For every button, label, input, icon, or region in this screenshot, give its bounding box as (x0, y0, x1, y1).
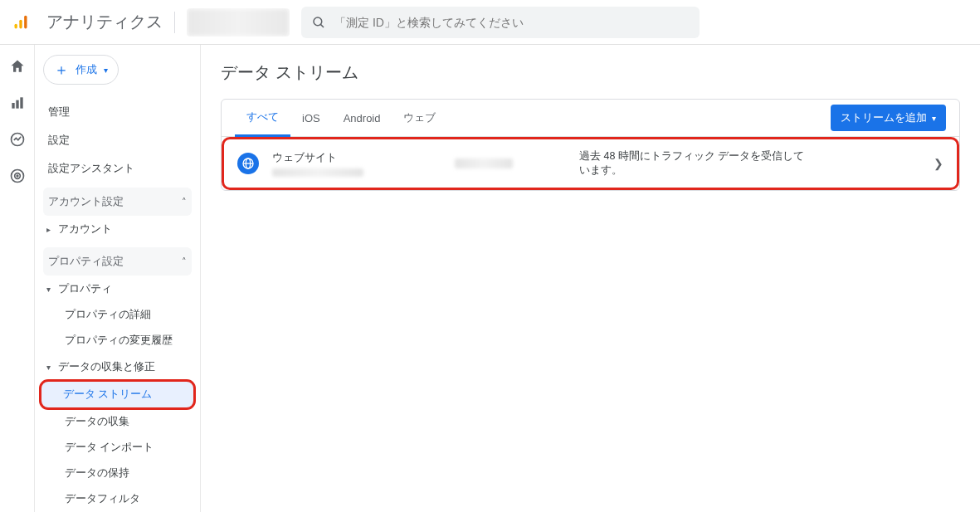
nav-data-filters[interactable]: データフィルタ (43, 486, 192, 512)
nav-property-details[interactable]: プロパティの詳細 (43, 302, 192, 328)
nav-data-retention[interactable]: データの保持 (43, 461, 192, 486)
tab-ios[interactable]: iOS (290, 102, 332, 134)
page-title: データ ストリーム (221, 61, 960, 84)
add-stream-label: ストリームを追加 (841, 110, 927, 125)
caret-right-icon: ▸ (46, 225, 58, 234)
svg-rect-2 (24, 15, 27, 28)
plus-icon: ＋ (54, 62, 69, 77)
svg-rect-0 (15, 23, 17, 28)
nav-account[interactable]: ▸ アカウント (43, 216, 192, 242)
nav-data-import[interactable]: データ インポート (43, 435, 192, 461)
stream-url-redacted (272, 168, 363, 177)
stream-name: ウェブサイト (272, 150, 455, 165)
svg-rect-5 (12, 103, 14, 109)
svg-point-11 (17, 175, 18, 177)
nav-data-collection-sub[interactable]: データの収集 (43, 409, 192, 435)
create-button-label: 作成 (76, 62, 97, 77)
search-input[interactable] (334, 16, 690, 29)
nav-property-label: プロパティ (58, 281, 112, 296)
settings-nav: ＋ 作成 ▾ 管理 設定 設定アシスタント アカウント設定 ˄ ▸ アカウント … (35, 45, 201, 512)
add-stream-button[interactable]: ストリームを追加 ▾ (831, 105, 946, 131)
chevron-up-icon: ˄ (182, 256, 187, 267)
nav-property[interactable]: ▾ プロパティ (43, 276, 192, 302)
stream-status: 過去 48 時間にトラフィック データを受信しています。 (579, 149, 812, 178)
streams-panel: すべて iOS Android ウェブ ストリームを追加 ▾ ウェブサイト (221, 99, 960, 191)
section-account-settings[interactable]: アカウント設定 ˄ (43, 188, 192, 216)
app-title: アナリティクス (46, 11, 163, 33)
svg-rect-1 (19, 19, 22, 28)
main-content: データ ストリーム すべて iOS Android ウェブ ストリームを追加 ▾… (201, 45, 980, 512)
nav-property-change-history[interactable]: プロパティの変更履歴 (43, 328, 192, 354)
create-button[interactable]: ＋ 作成 ▾ (43, 55, 119, 85)
analytics-logo-icon (10, 14, 32, 31)
search-icon (311, 15, 326, 30)
tab-android[interactable]: Android (332, 102, 392, 134)
svg-point-3 (314, 17, 322, 26)
chevron-right-icon: ❯ (934, 157, 943, 170)
explore-icon[interactable] (9, 131, 26, 148)
chevron-down-icon: ▾ (104, 66, 108, 75)
reports-icon[interactable] (9, 95, 26, 111)
svg-rect-7 (20, 97, 22, 108)
svg-rect-6 (16, 100, 18, 109)
svg-line-4 (320, 24, 324, 27)
home-icon[interactable] (9, 58, 26, 75)
stream-tabs: すべて iOS Android ウェブ ストリームを追加 ▾ (222, 100, 959, 137)
chevron-down-icon: ▾ (932, 114, 936, 123)
nav-setup-assistant[interactable]: 設定アシスタント (43, 154, 192, 183)
stream-id-redacted (455, 158, 513, 168)
globe-icon (237, 153, 259, 174)
chevron-up-icon: ˄ (182, 197, 187, 207)
property-selector[interactable] (187, 8, 290, 37)
tab-all[interactable]: すべて (235, 100, 290, 137)
header-divider (174, 12, 175, 33)
section-title: アカウント設定 (48, 194, 124, 209)
nav-account-label: アカウント (58, 222, 112, 236)
nav-data-collection-label: データの収集と修正 (58, 359, 155, 374)
nav-data-streams[interactable]: データ ストリーム (41, 382, 193, 407)
search-bar[interactable] (301, 7, 700, 38)
left-rail (0, 45, 35, 512)
nav-admin[interactable]: 管理 (43, 98, 192, 126)
stream-row[interactable]: ウェブサイト 過去 48 時間にトラフィック データを受信しています。 ❯ (222, 137, 959, 190)
tab-web[interactable]: ウェブ (392, 100, 447, 135)
caret-down-icon: ▾ (46, 285, 58, 294)
section-property-settings[interactable]: プロパティ設定 ˄ (43, 247, 192, 276)
section-title: プロパティ設定 (48, 254, 124, 269)
caret-down-icon: ▾ (46, 363, 58, 372)
nav-settings[interactable]: 設定 (43, 126, 192, 154)
advertising-icon[interactable] (9, 168, 26, 184)
nav-data-collection[interactable]: ▾ データの収集と修正 (43, 354, 192, 380)
